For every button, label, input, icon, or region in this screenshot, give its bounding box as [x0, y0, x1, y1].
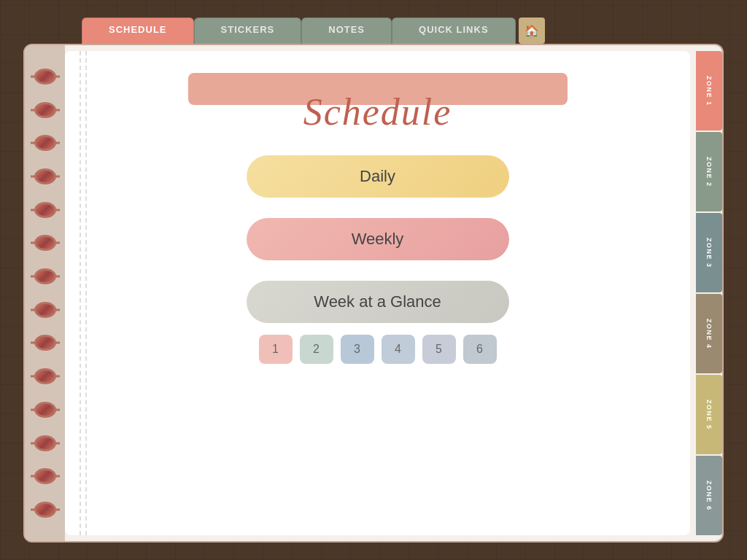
- notebook: SCHEDULE STICKERS NOTES QUICK LINKS 🏠: [23, 18, 724, 542]
- spiral-ring: [34, 368, 56, 384]
- tab-quicklinks[interactable]: QUICK LINKS: [392, 18, 516, 44]
- glance-sub-button-4[interactable]: 4: [382, 335, 415, 364]
- spiral-ring: [34, 302, 56, 318]
- spiral-ring: [34, 135, 56, 151]
- tab-bar: SCHEDULE STICKERS NOTES QUICK LINKS 🏠: [82, 18, 694, 44]
- glance-sub-buttons: 1 2 3 4 5 6: [259, 335, 497, 364]
- glance-sub-button-5[interactable]: 5: [422, 335, 456, 364]
- weekly-button[interactable]: Weekly: [247, 218, 509, 260]
- zone-tab-2[interactable]: ZONE 2: [696, 132, 722, 211]
- spiral-ring: [34, 468, 56, 484]
- glance-sub-button-3[interactable]: 3: [341, 335, 374, 364]
- glance-sub-button-2[interactable]: 2: [300, 335, 333, 364]
- margin-line: [80, 51, 81, 535]
- spiral-ring: [34, 69, 56, 85]
- spiral-ring: [34, 268, 56, 284]
- spiral-binding: [25, 45, 65, 541]
- schedule-script-title: Schedule: [303, 90, 452, 133]
- spiral-ring: [34, 435, 56, 451]
- week-at-glance-button[interactable]: Week at a Glance: [247, 281, 509, 323]
- glance-sub-button-1[interactable]: 1: [259, 335, 293, 364]
- main-content: Schedule Daily Weekly Week at a Glance 1…: [65, 51, 690, 535]
- margin-line-2: [85, 51, 87, 535]
- spiral-ring: [34, 335, 56, 351]
- zone-tab-3[interactable]: ZONE 3: [696, 213, 722, 292]
- zone-tab-4[interactable]: ZONE 4: [696, 294, 722, 373]
- daily-button[interactable]: Daily: [247, 155, 509, 198]
- spiral-ring: [34, 202, 56, 218]
- glance-sub-button-6[interactable]: 6: [463, 335, 497, 364]
- spiral-ring: [34, 168, 56, 184]
- tab-stickers[interactable]: STICKERS: [194, 18, 302, 44]
- zone-tab-6[interactable]: ZONE 6: [696, 456, 722, 535]
- spiral-ring: [34, 502, 56, 518]
- home-button[interactable]: 🏠: [519, 18, 545, 44]
- zone-tab-5[interactable]: ZONE 5: [696, 375, 722, 454]
- zone-tab-1[interactable]: ZONE 1: [696, 51, 722, 131]
- spiral-ring: [34, 235, 56, 251]
- spiral-ring: [34, 102, 56, 118]
- spiral-ring: [34, 402, 56, 418]
- notebook-body: Schedule Daily Weekly Week at a Glance 1…: [23, 44, 724, 542]
- home-icon: 🏠: [525, 24, 539, 38]
- tab-notes[interactable]: NOTES: [301, 18, 392, 44]
- zone-tabs: ZONE 1 ZONE 2 ZONE 3 ZONE 4 ZONE 5 ZONE …: [696, 45, 722, 541]
- tab-schedule[interactable]: SCHEDULE: [82, 18, 194, 44]
